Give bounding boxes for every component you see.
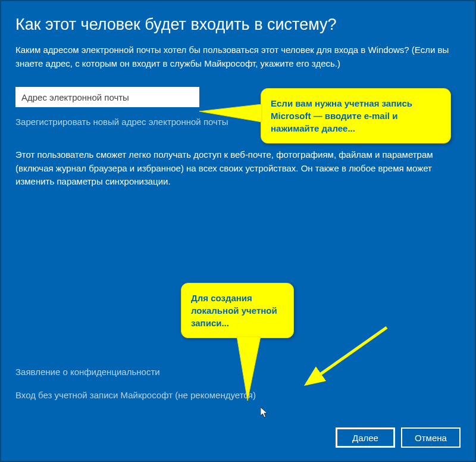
email-input[interactable] <box>15 87 199 107</box>
callout-tail-icon <box>237 336 273 402</box>
privacy-link[interactable]: Заявление о конфиденциальности <box>15 367 256 377</box>
next-button[interactable]: Далее <box>336 427 395 448</box>
sync-info-text: Этот пользователь сможет легко получать … <box>15 148 461 189</box>
cancel-button[interactable]: Отмена <box>401 427 461 448</box>
description-text: Каким адресом электронной почты хотел бы… <box>15 43 461 70</box>
cursor-icon <box>261 407 270 419</box>
svg-marker-1 <box>237 336 261 401</box>
annotation-callout-local: Для создания локальной учетной записи... <box>181 283 294 338</box>
svg-marker-0 <box>199 104 262 122</box>
button-bar: Далее Отмена <box>336 427 461 448</box>
no-microsoft-account-link[interactable]: Вход без учетной записи Майкрософт (не р… <box>15 390 256 400</box>
annotation-callout-email: Если вам нужна учетная запись Microsoft … <box>261 88 451 143</box>
annotation-arrow-icon <box>292 321 393 393</box>
callout-tail-icon <box>199 104 265 128</box>
bottom-links-group: Заявление о конфиденциальности Вход без … <box>15 367 256 413</box>
page-title: Как этот человек будет входить в систему… <box>15 15 461 34</box>
svg-line-3 <box>306 327 387 384</box>
